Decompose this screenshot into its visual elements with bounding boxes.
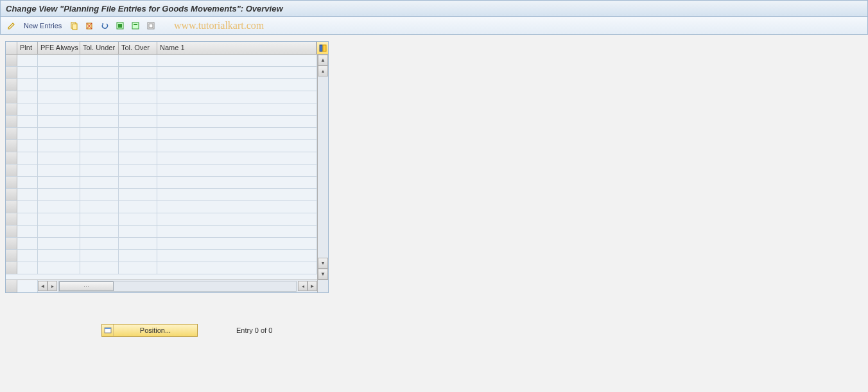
hscroll-track[interactable]: ⋯ bbox=[58, 281, 297, 292]
cell-name1[interactable] bbox=[157, 238, 317, 249]
cell-tol-over[interactable] bbox=[119, 128, 157, 139]
scroll-right-step-icon[interactable]: ◂ bbox=[298, 281, 308, 291]
row-selector[interactable] bbox=[6, 152, 17, 164]
cell-name1[interactable] bbox=[157, 91, 317, 103]
select-all-rows[interactable] bbox=[6, 42, 17, 54]
cell-tol-over[interactable] bbox=[119, 91, 157, 103]
cell-plnt[interactable] bbox=[17, 152, 38, 164]
cell-tol-over[interactable] bbox=[119, 140, 157, 152]
row-selector[interactable] bbox=[6, 103, 17, 115]
cell-tol-over[interactable] bbox=[119, 201, 157, 213]
cell-pfe-always[interactable] bbox=[38, 79, 80, 91]
cell-tol-under[interactable] bbox=[80, 250, 119, 262]
cell-name1[interactable] bbox=[157, 177, 317, 188]
select-all-icon[interactable] bbox=[114, 20, 126, 31]
scroll-right-icon[interactable]: ► bbox=[308, 281, 317, 291]
cell-tol-under[interactable] bbox=[80, 238, 119, 249]
cell-plnt[interactable] bbox=[17, 177, 38, 188]
cell-tol-over[interactable] bbox=[119, 213, 157, 225]
cell-pfe-always[interactable] bbox=[38, 152, 80, 164]
cell-tol-over[interactable] bbox=[119, 116, 157, 127]
cell-pfe-always[interactable] bbox=[38, 238, 80, 249]
cell-pfe-always[interactable] bbox=[38, 189, 80, 200]
undo-icon[interactable] bbox=[99, 20, 110, 31]
cell-pfe-always[interactable] bbox=[38, 140, 80, 152]
column-header-pfe-always[interactable]: PFE Always bbox=[38, 42, 80, 54]
row-selector[interactable] bbox=[6, 226, 17, 237]
scroll-left-step-icon[interactable]: ▸ bbox=[48, 281, 57, 291]
cell-plnt[interactable] bbox=[17, 91, 38, 103]
cell-name1[interactable] bbox=[157, 213, 317, 225]
new-entries-button[interactable]: New Entries bbox=[21, 21, 64, 31]
row-selector[interactable] bbox=[6, 201, 17, 213]
cell-name1[interactable] bbox=[157, 103, 317, 115]
select-block-icon[interactable] bbox=[130, 20, 141, 31]
scroll-up-icon[interactable]: ▲ bbox=[318, 55, 328, 66]
cell-plnt[interactable] bbox=[17, 189, 38, 200]
row-selector[interactable] bbox=[6, 165, 17, 176]
cell-tol-over[interactable] bbox=[119, 238, 157, 249]
cell-tol-over[interactable] bbox=[119, 103, 157, 115]
scroll-down-icon[interactable]: ▼ bbox=[318, 269, 328, 280]
cell-plnt[interactable] bbox=[17, 250, 38, 262]
cell-plnt[interactable] bbox=[17, 67, 38, 78]
cell-plnt[interactable] bbox=[17, 79, 38, 91]
cell-pfe-always[interactable] bbox=[38, 177, 80, 188]
cell-tol-over[interactable] bbox=[119, 165, 157, 176]
cell-pfe-always[interactable] bbox=[38, 55, 80, 66]
column-header-name1[interactable]: Name 1 bbox=[157, 42, 317, 54]
cell-tol-under[interactable] bbox=[80, 201, 119, 213]
cell-plnt[interactable] bbox=[17, 262, 38, 274]
column-header-plnt[interactable]: Plnt bbox=[17, 42, 38, 54]
cell-tol-under[interactable] bbox=[80, 103, 119, 115]
cell-name1[interactable] bbox=[157, 189, 317, 200]
cell-pfe-always[interactable] bbox=[38, 250, 80, 262]
cell-tol-under[interactable] bbox=[80, 177, 119, 188]
deselect-all-icon[interactable] bbox=[145, 20, 157, 31]
row-selector[interactable] bbox=[6, 91, 17, 103]
cell-name1[interactable] bbox=[157, 67, 317, 78]
cell-plnt[interactable] bbox=[17, 128, 38, 139]
cell-name1[interactable] bbox=[157, 201, 317, 213]
cell-pfe-always[interactable] bbox=[38, 201, 80, 213]
cell-tol-under[interactable] bbox=[80, 116, 119, 127]
cell-tol-over[interactable] bbox=[119, 262, 157, 274]
cell-name1[interactable] bbox=[157, 79, 317, 91]
cell-pfe-always[interactable] bbox=[38, 226, 80, 237]
cell-plnt[interactable] bbox=[17, 226, 38, 237]
vertical-scrollbar[interactable]: ▲ ▴ ▾ ▼ bbox=[317, 55, 328, 280]
cell-tol-over[interactable] bbox=[119, 189, 157, 200]
cell-pfe-always[interactable] bbox=[38, 116, 80, 127]
cell-tol-under[interactable] bbox=[80, 55, 119, 66]
cell-tol-over[interactable] bbox=[119, 250, 157, 262]
cell-tol-under[interactable] bbox=[80, 262, 119, 274]
row-selector[interactable] bbox=[6, 67, 17, 78]
scroll-left-icon[interactable]: ◄ bbox=[38, 281, 48, 291]
cell-tol-under[interactable] bbox=[80, 79, 119, 91]
column-header-tol-under[interactable]: Tol. Under bbox=[80, 42, 119, 54]
cell-pfe-always[interactable] bbox=[38, 91, 80, 103]
cell-name1[interactable] bbox=[157, 128, 317, 139]
scroll-track[interactable] bbox=[318, 76, 328, 258]
cell-tol-over[interactable] bbox=[119, 152, 157, 164]
hscroll-thumb[interactable]: ⋯ bbox=[59, 281, 114, 291]
cell-pfe-always[interactable] bbox=[38, 103, 80, 115]
cell-tol-under[interactable] bbox=[80, 152, 119, 164]
cell-tol-over[interactable] bbox=[119, 67, 157, 78]
row-selector[interactable] bbox=[6, 262, 17, 274]
cell-pfe-always[interactable] bbox=[38, 262, 80, 274]
scroll-up-step-icon[interactable]: ▴ bbox=[318, 66, 328, 76]
cell-tol-under[interactable] bbox=[80, 213, 119, 225]
row-selector[interactable] bbox=[6, 128, 17, 139]
cell-tol-over[interactable] bbox=[119, 55, 157, 66]
cell-pfe-always[interactable] bbox=[38, 165, 80, 176]
cell-plnt[interactable] bbox=[17, 213, 38, 225]
cell-name1[interactable] bbox=[157, 250, 317, 262]
row-selector[interactable] bbox=[6, 79, 17, 91]
cell-name1[interactable] bbox=[157, 165, 317, 176]
cell-name1[interactable] bbox=[157, 55, 317, 66]
cell-tol-under[interactable] bbox=[80, 128, 119, 139]
cell-plnt[interactable] bbox=[17, 201, 38, 213]
cell-pfe-always[interactable] bbox=[38, 128, 80, 139]
cell-tol-under[interactable] bbox=[80, 67, 119, 78]
